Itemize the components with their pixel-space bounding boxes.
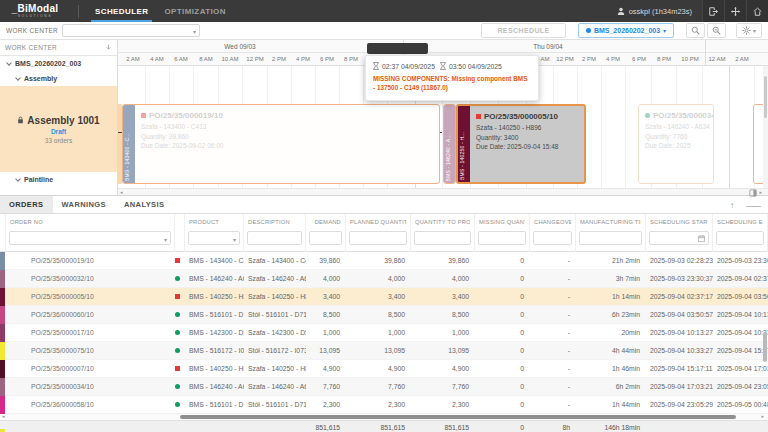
column-label: QUANTITY TO PRODUCE [415,219,470,225]
settings-dropdown-button[interactable]: ▾ [736,23,762,38]
tooltip-end-time: 03:50 04/09/2025 [449,63,502,70]
scrollbar-thumb[interactable] [180,415,736,419]
cell-order: PO/25/35/000005/10 [6,288,175,306]
time-tick: 4 AM [150,56,164,62]
scrollbar-thumb[interactable] [764,76,767,118]
cell-product: BMS - 140250 - H896 [185,288,244,306]
minimize-panel-icon[interactable]: —— [746,201,760,210]
table-row[interactable]: PO/25/35/000017/10BMS - 142300 - D504Sza… [0,324,768,342]
cell-status [175,396,185,414]
cell-mfg: 6h 2min [576,378,646,396]
table-vertical-scrollbar[interactable] [763,214,767,374]
task-strip-label: BMS - 146240 - A... [445,134,451,181]
navbar-divider [78,5,79,18]
order-color-strip [0,288,5,306]
reschedule-button[interactable]: RESCHEDULE [481,23,566,38]
cell-end: 2025-09-04 17:03:21 [713,360,768,378]
tab-orders[interactable]: ORDERS [0,196,53,213]
total-start [646,421,713,432]
total-mfg: 146h 18min [576,421,646,432]
ok-status-icon [175,384,180,389]
scenario-dropdown-button[interactable]: BMS_20260202_003 ▾ [578,23,674,38]
work-center-select[interactable]: ▾ [62,24,200,37]
tree-node-scenario[interactable]: BMS_20260202_003 [0,56,117,71]
gantt-task-bar[interactable]: BMS - 146240 - A... [443,104,456,184]
cell-missing: 0 [475,378,530,396]
cell-produce: 2,300 [411,396,475,414]
home-icon [753,7,762,16]
cell-status [175,360,185,378]
table-row[interactable]: PO/25/35/000032/10BMS - 146240 - A634Sza… [0,270,768,288]
resource-assembly-1001[interactable]: Assembly 1001 Draft 33 orders [0,86,117,172]
table-row[interactable]: PO/25/35/000005/10BMS - 140250 - H896Sza… [0,288,768,306]
filter-desc[interactable] [247,231,302,245]
scrollbar-thumb[interactable] [763,332,767,362]
table-row[interactable]: PO/25/35/000007/10BMS - 140250 - H896Sza… [0,360,768,378]
filter-produce[interactable] [414,231,471,245]
scroll-left-icon[interactable]: ◂ [2,413,5,419]
column-header-order: ORDER NO▾ [6,214,175,252]
total-produce: 851,615 [411,421,475,432]
filter-demand[interactable] [309,231,342,245]
filter-changeover[interactable] [533,231,572,245]
hourglass-icon [440,62,446,70]
cell-mfg: 4h 44min [576,342,646,360]
table-row[interactable]: PO/25/35/000019/10BMS - 143400 - C413Sza… [0,252,768,270]
task-detail-line: Quantity: 39,860 [141,133,223,140]
filter-product[interactable]: ▾ [188,231,240,245]
filter-planned[interactable] [349,231,407,245]
task-strip-label: BMS - 143400 - C... [124,133,130,181]
filter-start[interactable] [649,231,709,245]
cell-changeover: - [530,360,576,378]
task-detail-line: Due Date: 2025-09-04 15:48 [476,143,558,150]
cell-changeover: - [530,306,576,324]
cell-end: 2025-09-04 15:17:11 [713,342,768,360]
collapse-all-icon[interactable] [105,44,112,51]
zoom-out-button[interactable] [707,23,726,38]
top-navbar: _BiModal SOLUTIONS SCHEDULER OPTIMIZATIO… [0,0,768,22]
gantt-task-bar[interactable]: BMS - 140250 - H...PO/25/35/000005/10Sza… [456,104,586,184]
fullscreen-button[interactable] [724,0,746,22]
scroll-right-icon[interactable]: ▸ [761,413,764,419]
day-separator [705,40,706,66]
nav-tab-optimization[interactable]: OPTIMIZATION [156,0,234,22]
tree-node-label: BMS_20260202_003 [15,60,81,67]
gantt-task-bar[interactable]: BMS - 143400 - C...PO/25/35/000019/10Sza… [122,104,440,184]
filter-end[interactable] [716,231,764,245]
table-horizontal-scrollbar[interactable]: ◂ ▸ [0,414,768,420]
filter-order[interactable]: ▾ [9,231,171,245]
tab-analysis[interactable]: ANALYSIS [115,196,173,213]
time-tick: 10 AM [221,56,238,62]
expand-panel-icon[interactable]: ↑ [730,201,734,210]
tab-warnings[interactable]: WARNINGS [53,196,115,213]
table-row[interactable]: PO/25/36/000060/10BMS - 516101 - D711Stó… [0,306,768,324]
tree-node-paintline-group[interactable]: Paintline [0,172,117,187]
column-label: CHANGEOVER [534,219,571,225]
table-row[interactable]: PO/25/36/000058/10BMS - 516101 - D711Stó… [0,396,768,414]
user-session[interactable]: osskpl (1h34m23s) [617,7,692,16]
cell-desc: Szafa - 146240 - A634 [244,270,306,288]
gantt-vertical-scrollbar[interactable] [763,66,768,188]
filter-missing[interactable] [478,231,526,245]
filter-mfg[interactable] [579,231,642,245]
gantt-horizontal-scrollbar[interactable]: ◂ ▸ [118,188,768,195]
panel-corner-icon[interactable] [749,189,757,197]
task-color-strip: BMS - 146240 - A... [444,105,456,183]
cell-end: 2025-09-05 00:48 [713,396,768,414]
missing-component-icon [175,258,180,263]
table-row[interactable]: PO/25/35/000075/10BMS - 516172 - I073Stó… [0,342,768,360]
column-header-missing: MISSING QUANTITY [475,214,530,252]
task-tooltip: 02:37 04/09/2025 03:50 04/09/2025 MISSIN… [365,55,539,101]
total-demand: 851,615 [306,421,346,432]
cell-changeover: - [530,378,576,396]
gridline [729,66,730,188]
nav-tab-scheduler[interactable]: SCHEDULER [87,0,156,22]
tree-node-assembly-group[interactable]: Assembly [0,71,117,86]
table-row[interactable]: PO/25/35/000034/10BMS - 146240 - A634Sza… [0,378,768,396]
logout-button[interactable] [702,0,724,22]
column-label: SCHEDULING START TIME [650,219,708,225]
gantt-task-bar[interactable]: PO/25/35/000034/10Szafa - 146240 - A634Q… [638,104,714,184]
resource-name-text: Assembly 1001 [27,115,99,126]
zoom-in-button[interactable] [686,23,705,38]
home-button[interactable] [746,0,768,22]
